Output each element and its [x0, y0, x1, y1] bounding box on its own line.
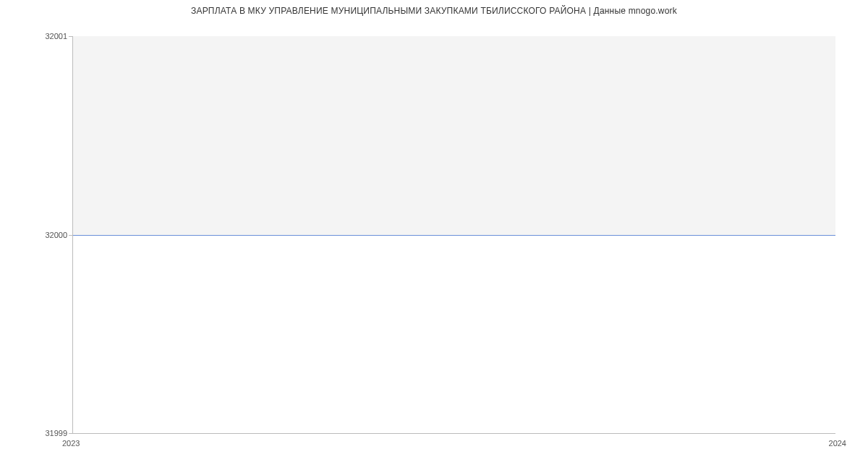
y-tick-label: 32001: [45, 32, 67, 40]
y-tick-label: 32000: [45, 231, 67, 239]
y-tick: [69, 235, 73, 236]
alt-band: [73, 36, 835, 235]
x-tick-label: 2023: [62, 439, 80, 448]
y-tick: [69, 433, 73, 434]
plot-area: 32001 32000 31999 2023 2024: [72, 36, 835, 434]
x-tick-label: 2024: [829, 439, 846, 448]
y-tick: [69, 36, 73, 37]
series-line-salary: [73, 235, 835, 236]
chart-title: ЗАРПЛАТА В МКУ УПРАВЛЕНИЕ МУНИЦИПАЛЬНЫМИ…: [0, 6, 868, 16]
y-tick-label: 31999: [45, 429, 67, 437]
